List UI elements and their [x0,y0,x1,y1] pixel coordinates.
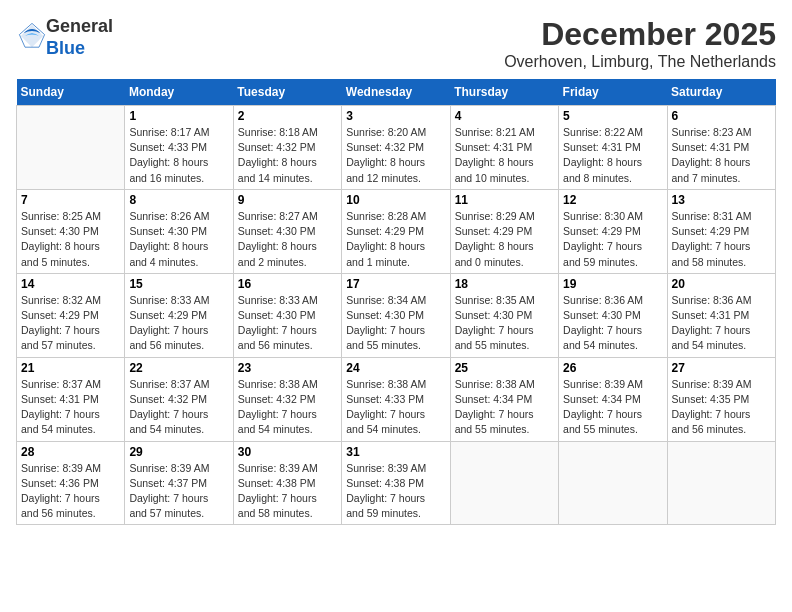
day-number: 10 [346,193,445,207]
col-header-tuesday: Tuesday [233,79,341,106]
calendar-table: SundayMondayTuesdayWednesdayThursdayFrid… [16,79,776,525]
day-cell: 28Sunrise: 8:39 AM Sunset: 4:36 PM Dayli… [17,441,125,525]
day-info: Sunrise: 8:39 AM Sunset: 4:36 PM Dayligh… [21,461,120,522]
day-cell: 13Sunrise: 8:31 AM Sunset: 4:29 PM Dayli… [667,189,775,273]
day-number: 5 [563,109,662,123]
day-cell: 31Sunrise: 8:39 AM Sunset: 4:38 PM Dayli… [342,441,450,525]
logo: General Blue [16,16,113,59]
col-header-saturday: Saturday [667,79,775,106]
day-number: 14 [21,277,120,291]
week-row-3: 14Sunrise: 8:32 AM Sunset: 4:29 PM Dayli… [17,273,776,357]
page-header: General Blue December 2025 Overhoven, Li… [16,16,776,71]
day-number: 29 [129,445,228,459]
day-info: Sunrise: 8:29 AM Sunset: 4:29 PM Dayligh… [455,209,554,270]
day-cell: 2Sunrise: 8:18 AM Sunset: 4:32 PM Daylig… [233,106,341,190]
day-info: Sunrise: 8:39 AM Sunset: 4:38 PM Dayligh… [238,461,337,522]
logo-icon [18,22,46,50]
day-cell: 26Sunrise: 8:39 AM Sunset: 4:34 PM Dayli… [559,357,667,441]
day-cell: 16Sunrise: 8:33 AM Sunset: 4:30 PM Dayli… [233,273,341,357]
day-number: 30 [238,445,337,459]
week-row-5: 28Sunrise: 8:39 AM Sunset: 4:36 PM Dayli… [17,441,776,525]
day-info: Sunrise: 8:36 AM Sunset: 4:31 PM Dayligh… [672,293,771,354]
week-row-2: 7Sunrise: 8:25 AM Sunset: 4:30 PM Daylig… [17,189,776,273]
day-info: Sunrise: 8:38 AM Sunset: 4:34 PM Dayligh… [455,377,554,438]
month-title: December 2025 [504,16,776,53]
day-number: 28 [21,445,120,459]
location: Overhoven, Limburg, The Netherlands [504,53,776,71]
day-number: 24 [346,361,445,375]
day-info: Sunrise: 8:22 AM Sunset: 4:31 PM Dayligh… [563,125,662,186]
day-info: Sunrise: 8:30 AM Sunset: 4:29 PM Dayligh… [563,209,662,270]
week-row-1: 1Sunrise: 8:17 AM Sunset: 4:33 PM Daylig… [17,106,776,190]
day-cell: 30Sunrise: 8:39 AM Sunset: 4:38 PM Dayli… [233,441,341,525]
day-cell: 5Sunrise: 8:22 AM Sunset: 4:31 PM Daylig… [559,106,667,190]
day-number: 9 [238,193,337,207]
day-info: Sunrise: 8:38 AM Sunset: 4:32 PM Dayligh… [238,377,337,438]
day-number: 31 [346,445,445,459]
day-info: Sunrise: 8:39 AM Sunset: 4:35 PM Dayligh… [672,377,771,438]
day-info: Sunrise: 8:18 AM Sunset: 4:32 PM Dayligh… [238,125,337,186]
day-number: 27 [672,361,771,375]
day-info: Sunrise: 8:28 AM Sunset: 4:29 PM Dayligh… [346,209,445,270]
day-number: 15 [129,277,228,291]
day-info: Sunrise: 8:39 AM Sunset: 4:37 PM Dayligh… [129,461,228,522]
day-number: 11 [455,193,554,207]
day-info: Sunrise: 8:34 AM Sunset: 4:30 PM Dayligh… [346,293,445,354]
day-info: Sunrise: 8:27 AM Sunset: 4:30 PM Dayligh… [238,209,337,270]
svg-marker-0 [21,24,43,46]
day-number: 26 [563,361,662,375]
day-cell: 9Sunrise: 8:27 AM Sunset: 4:30 PM Daylig… [233,189,341,273]
day-info: Sunrise: 8:21 AM Sunset: 4:31 PM Dayligh… [455,125,554,186]
col-header-friday: Friday [559,79,667,106]
day-cell: 21Sunrise: 8:37 AM Sunset: 4:31 PM Dayli… [17,357,125,441]
day-number: 7 [21,193,120,207]
day-cell: 19Sunrise: 8:36 AM Sunset: 4:30 PM Dayli… [559,273,667,357]
day-cell: 27Sunrise: 8:39 AM Sunset: 4:35 PM Dayli… [667,357,775,441]
day-info: Sunrise: 8:39 AM Sunset: 4:34 PM Dayligh… [563,377,662,438]
day-info: Sunrise: 8:37 AM Sunset: 4:31 PM Dayligh… [21,377,120,438]
day-number: 23 [238,361,337,375]
day-cell: 1Sunrise: 8:17 AM Sunset: 4:33 PM Daylig… [125,106,233,190]
day-cell: 3Sunrise: 8:20 AM Sunset: 4:32 PM Daylig… [342,106,450,190]
day-info: Sunrise: 8:37 AM Sunset: 4:32 PM Dayligh… [129,377,228,438]
day-info: Sunrise: 8:26 AM Sunset: 4:30 PM Dayligh… [129,209,228,270]
day-cell: 12Sunrise: 8:30 AM Sunset: 4:29 PM Dayli… [559,189,667,273]
day-cell: 18Sunrise: 8:35 AM Sunset: 4:30 PM Dayli… [450,273,558,357]
day-cell: 7Sunrise: 8:25 AM Sunset: 4:30 PM Daylig… [17,189,125,273]
day-info: Sunrise: 8:33 AM Sunset: 4:30 PM Dayligh… [238,293,337,354]
day-info: Sunrise: 8:35 AM Sunset: 4:30 PM Dayligh… [455,293,554,354]
day-cell: 25Sunrise: 8:38 AM Sunset: 4:34 PM Dayli… [450,357,558,441]
day-info: Sunrise: 8:23 AM Sunset: 4:31 PM Dayligh… [672,125,771,186]
day-number: 13 [672,193,771,207]
day-number: 21 [21,361,120,375]
day-number: 19 [563,277,662,291]
day-cell [450,441,558,525]
day-info: Sunrise: 8:17 AM Sunset: 4:33 PM Dayligh… [129,125,228,186]
day-info: Sunrise: 8:33 AM Sunset: 4:29 PM Dayligh… [129,293,228,354]
day-number: 16 [238,277,337,291]
day-cell: 6Sunrise: 8:23 AM Sunset: 4:31 PM Daylig… [667,106,775,190]
day-cell: 22Sunrise: 8:37 AM Sunset: 4:32 PM Dayli… [125,357,233,441]
day-cell: 23Sunrise: 8:38 AM Sunset: 4:32 PM Dayli… [233,357,341,441]
day-number: 22 [129,361,228,375]
day-cell: 11Sunrise: 8:29 AM Sunset: 4:29 PM Dayli… [450,189,558,273]
day-number: 4 [455,109,554,123]
day-info: Sunrise: 8:32 AM Sunset: 4:29 PM Dayligh… [21,293,120,354]
day-number: 17 [346,277,445,291]
day-number: 18 [455,277,554,291]
day-number: 6 [672,109,771,123]
day-number: 3 [346,109,445,123]
day-number: 20 [672,277,771,291]
day-info: Sunrise: 8:39 AM Sunset: 4:38 PM Dayligh… [346,461,445,522]
logo-text: General Blue [46,16,113,59]
day-cell: 20Sunrise: 8:36 AM Sunset: 4:31 PM Dayli… [667,273,775,357]
day-info: Sunrise: 8:36 AM Sunset: 4:30 PM Dayligh… [563,293,662,354]
col-header-monday: Monday [125,79,233,106]
day-cell: 17Sunrise: 8:34 AM Sunset: 4:30 PM Dayli… [342,273,450,357]
day-number: 12 [563,193,662,207]
day-number: 25 [455,361,554,375]
day-cell: 29Sunrise: 8:39 AM Sunset: 4:37 PM Dayli… [125,441,233,525]
day-cell [17,106,125,190]
col-header-thursday: Thursday [450,79,558,106]
day-cell: 15Sunrise: 8:33 AM Sunset: 4:29 PM Dayli… [125,273,233,357]
